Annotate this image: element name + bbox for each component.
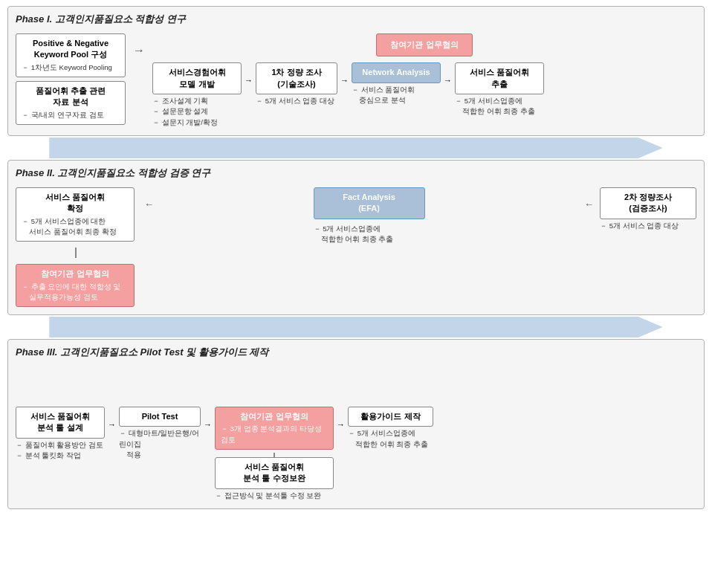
phase2-title: Phase II. 고객인지품질요소 적합성 검증 연구 xyxy=(16,167,696,180)
phase1-right-area: 참여기관 업무협의 서비스경험어휘모델 개발 조사설계 기획 설문문항 설계 설… xyxy=(152,33,696,128)
network-analysis-title: Network Analysis xyxy=(357,67,435,78)
guide-item: 활용가이드 제작 5개 서비스업종에 적합한 어휘 최종 추출 xyxy=(348,407,433,450)
phase3-participation-title: 참여기관 업무협의 xyxy=(221,411,328,422)
phase1-participation-title: 참여기관 업무협의 xyxy=(387,39,462,51)
keyword-pool-note: 1차년도 Keyword Pooling xyxy=(22,62,120,73)
flow-arrow-1: → xyxy=(243,76,254,85)
phase1-title: Phase I. 고객인지품질요소 적합성 연구 xyxy=(16,13,696,26)
phase2-content: 서비스 품질어휘확정 5개 서비스업종에 대한 서비스 품질어휘 최종 확정 참… xyxy=(16,187,696,307)
arrow-divider-2 xyxy=(7,315,705,339)
survey1-box: 1차 정량 조사(기술조사) xyxy=(256,62,337,94)
p3-arrow2-icon: → xyxy=(204,420,212,429)
p3-design-box: 서비스 품질어휘분석 툴 설계 xyxy=(16,407,105,439)
p3-arrow-2: → xyxy=(202,420,213,429)
phase1-section: Phase I. 고객인지품질요소 적합성 연구 Positive & Nega… xyxy=(7,6,705,136)
survey2-title: 2차 정량조사(검증조사) xyxy=(606,192,690,215)
arrow2-icon: → xyxy=(340,76,349,85)
quality-analysis-title: 품질어휘 추출 관련자료 분석 xyxy=(22,85,120,109)
p3-design-notes: 품질어휘 활용방안 검토 분석 툴킷화 작업 xyxy=(16,440,105,462)
network-analysis-box: Network Analysis xyxy=(352,62,441,83)
arrow3-icon: → xyxy=(444,76,452,85)
efa-title: Fact Analysis(EFA) xyxy=(320,192,419,215)
arrow-divider-1 xyxy=(7,136,705,160)
vocab-confirm-box: 서비스 품질어휘확정 5개 서비스업종에 대한 서비스 품질어휘 최종 확정 xyxy=(16,187,135,242)
phase1-content: Positive & NegativeKeyword Pool 구성 1차년도 … xyxy=(16,33,696,128)
v-connector-p2 xyxy=(75,248,77,258)
service-model-notes: 조사설계 기획 설문문항 설계 설문지 개발/확정 xyxy=(152,96,242,128)
quality-analysis-box: 품질어휘 추출 관련자료 분석 국/내외 연구자료 검토 xyxy=(16,81,126,125)
p3-arrow-1: → xyxy=(106,420,117,429)
phase3-participation-box: 참여기관 업무협의 3개 업종 분석결과의 타당성 검토 xyxy=(215,407,334,450)
guide-notes: 5개 서비스업종에 적합한 어휘 최종 추출 xyxy=(348,428,433,450)
p3-revision-title: 서비스 품질어휘분석 툴 수정보완 xyxy=(221,462,328,485)
arrow-left-icon: ← xyxy=(144,199,154,209)
p2-bidir-arrow: ← xyxy=(144,199,154,209)
vocab-confirm-notes: 5개 서비스업종에 대한 서비스 품질어휘 최종 확정 xyxy=(22,216,129,238)
survey1-title: 1차 정량 조사(기술조사) xyxy=(262,67,331,90)
service-model-box: 서비스경험어휘모델 개발 xyxy=(152,62,242,94)
survey1-item: 1차 정량 조사(기술조사) 5개 서비스 업종 대상 xyxy=(256,62,337,106)
phase2-center: Fact Analysis(EFA) 5개 서비스업종에 적합한 어휘 최종 추… xyxy=(160,187,578,245)
vocab-extract-notes: 5개 서비스업종에 적합한 어휘 최종 추출 xyxy=(455,96,544,117)
p3-revision-item: 서비스 품질어휘분석 툴 수정보완 접근방식 및 분석툴 수정 보완 xyxy=(215,457,334,501)
keyword-pool-box: Positive & NegativeKeyword Pool 구성 1차년도 … xyxy=(16,33,126,77)
phase2-participation-box: 참여기관 업무협의 추출 요인에 대한 적합성 및 실무적용가능성 검토 xyxy=(16,264,135,307)
arrow-right-icon: → xyxy=(133,44,145,57)
survey2-notes: 5개 서비스 업종 대상 xyxy=(600,221,696,231)
phase2-right: 2차 정량조사(검증조사) 5개 서비스 업종 대상 xyxy=(600,187,696,231)
phase1-participation-box: 참여기관 업무협의 xyxy=(376,33,473,56)
phase1-left-col: Positive & NegativeKeyword Pool 구성 1차년도 … xyxy=(16,33,126,125)
pilot-test-title: Pilot Test xyxy=(125,411,195,422)
pilot-test-notes: 대형마트/일반은행/어린이집 적용 xyxy=(119,428,201,460)
keyword-pool-title: Positive & NegativeKeyword Pool 구성 xyxy=(22,38,120,61)
page-container: Phase I. 고객인지품질요소 적합성 연구 Positive & Nega… xyxy=(0,0,712,515)
vocab-extract-title: 서비스 품질어휘추출 xyxy=(461,67,538,90)
phase3-title: Phase III. 고객인지품질요소 Pilot Test 및 활용가이드 제… xyxy=(16,346,696,359)
phase3-participation-notes: 3개 업종 분석결과의 타당성 검토 xyxy=(221,424,328,445)
network-analysis-item: Network Analysis 서비스 품질어휘 중심으로 분석 xyxy=(352,62,441,106)
vocab-extract-box: 서비스 품질어휘추출 xyxy=(455,62,544,94)
left-to-flow-arrow: → xyxy=(132,44,146,57)
p3-arrow3-icon: → xyxy=(337,420,345,429)
phase2-participation-title: 참여기관 업무협의 xyxy=(22,268,129,280)
service-model-title: 서비스경험어휘모델 개발 xyxy=(158,67,236,90)
phase3-flow-row: 서비스 품질어휘분석 툴 설계 품질어휘 활용방안 검토 분석 툴킷화 작업 → xyxy=(16,407,433,501)
phase2-section: Phase II. 고객인지품질요소 적합성 검증 연구 서비스 품질어휘확정 … xyxy=(7,160,705,315)
arrow-shape-2 xyxy=(49,317,662,337)
arrow1-icon: → xyxy=(245,76,253,85)
guide-title: 활용가이드 제작 xyxy=(354,411,427,422)
p3-revision-notes: 접근방식 및 분석툴 수정 보완 xyxy=(215,491,334,501)
phase2-participation-notes: 추출 요인에 대한 적합성 및 실무적용가능성 검토 xyxy=(22,282,129,303)
p3-arrow1-icon: → xyxy=(108,420,116,429)
network-analysis-notes: 서비스 품질어휘 중심으로 분석 xyxy=(352,85,441,106)
phase1-pink-top: 참여기관 업무협의 xyxy=(152,33,696,56)
flow-arrow-3: → xyxy=(442,76,453,85)
phase2-left-col: 서비스 품질어휘확정 5개 서비스업종에 대한 서비스 품질어휘 최종 확정 참… xyxy=(16,187,138,307)
efa-box: Fact Analysis(EFA) xyxy=(314,187,425,219)
phase3-section: Phase III. 고객인지품질요소 Pilot Test 및 활용가이드 제… xyxy=(7,339,705,509)
p3-design-item: 서비스 품질어휘분석 툴 설계 품질어휘 활용방안 검토 분석 툴킷화 작업 xyxy=(16,407,105,461)
p2-right-arrow: ← xyxy=(584,199,594,209)
p3-design-title: 서비스 품질어휘분석 툴 설계 xyxy=(22,411,99,434)
vocab-confirm-title: 서비스 품질어휘확정 xyxy=(22,192,129,215)
survey1-notes: 5개 서비스 업종 대상 xyxy=(256,96,337,106)
survey2-box: 2차 정량조사(검증조사) xyxy=(600,187,696,219)
service-model-item: 서비스경험어휘모델 개발 조사설계 기획 설문문항 설계 설문지 개발/확정 xyxy=(152,62,242,128)
phase3-flow-section: 서비스 품질어휘분석 툴 설계 품질어휘 활용방안 검토 분석 툴킷화 작업 → xyxy=(16,366,433,501)
phase1-flow-row: 서비스경험어휘모델 개발 조사설계 기획 설문문항 설계 설문지 개발/확정 → xyxy=(152,62,696,128)
vocab-extract-item: 서비스 품질어휘추출 5개 서비스업종에 적합한 어휘 최종 추출 xyxy=(455,62,544,117)
flow-arrow-2: → xyxy=(339,76,350,85)
efa-notes: 5개 서비스업종에 적합한 어휘 최종 추출 xyxy=(314,224,425,245)
pilot-test-item: Pilot Test 대형마트/일반은행/어린이집 적용 xyxy=(119,407,201,460)
p3-arrow-3: → xyxy=(335,420,346,429)
quality-analysis-note: 국/내외 연구자료 검토 xyxy=(22,110,120,120)
guide-box: 활용가이드 제작 xyxy=(348,407,433,427)
p3-revision-col: 참여기관 업무협의 3개 업종 분석결과의 타당성 검토 서비스 품질어휘분석 … xyxy=(215,407,334,501)
phase3-content: 서비스 품질어휘분석 툴 설계 품질어휘 활용방안 검토 분석 툴킷화 작업 → xyxy=(16,366,696,501)
arrow-left-2-icon: ← xyxy=(584,199,594,209)
arrow-shape-1 xyxy=(49,138,662,158)
p3-revision-box: 서비스 품질어휘분석 툴 수정보완 xyxy=(215,457,334,489)
pilot-test-box: Pilot Test xyxy=(119,407,201,427)
